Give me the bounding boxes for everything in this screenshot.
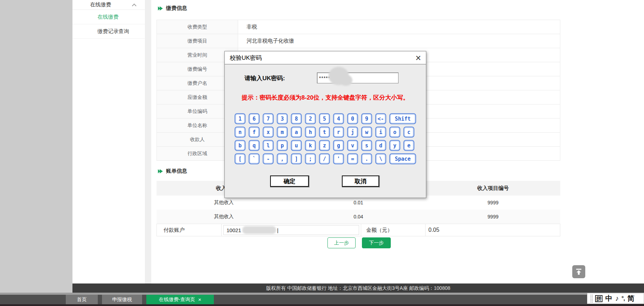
key-2[interactable]: 2 bbox=[305, 113, 316, 124]
tab-close-icon[interactable]: × bbox=[198, 297, 201, 302]
back-to-top-button[interactable] bbox=[572, 265, 585, 278]
key-0[interactable]: 0 bbox=[347, 113, 358, 124]
key-9[interactable]: 9 bbox=[361, 113, 372, 124]
section-arrow-icon bbox=[158, 169, 163, 173]
key-`[interactable]: ` bbox=[249, 153, 260, 164]
key-][interactable]: ] bbox=[291, 153, 302, 164]
taskbar-tab-label: 申报缴税 bbox=[112, 297, 132, 303]
key-t[interactable]: t bbox=[319, 127, 330, 138]
key-h[interactable]: h bbox=[305, 127, 316, 138]
sidebar-group-label: 在线缴费 bbox=[90, 1, 111, 8]
table-row: 收费类型非税 bbox=[157, 20, 560, 34]
key--[interactable]: - bbox=[263, 153, 274, 164]
key-shift[interactable]: Shift bbox=[389, 113, 416, 124]
key-o[interactable]: o bbox=[389, 127, 400, 138]
key-/[interactable]: / bbox=[319, 153, 330, 164]
chinese-mode-icon[interactable]: 中 bbox=[605, 294, 612, 303]
key-g[interactable]: g bbox=[333, 140, 344, 151]
key-b[interactable]: b bbox=[235, 140, 246, 151]
key-;[interactable]: ; bbox=[305, 153, 316, 164]
next-step-button[interactable]: 下一步 bbox=[362, 237, 391, 248]
taskbar-tab[interactable]: 在线缴费-查询页× bbox=[146, 295, 214, 304]
prev-step-button[interactable]: 上一步 bbox=[327, 237, 356, 248]
taskbar-tab[interactable]: 申报缴税 bbox=[102, 295, 142, 304]
sidebar-group-online-payment[interactable]: 在线缴费 bbox=[72, 0, 145, 10]
virtual-keyboard: 1673825409<-Shiftnfxmahtrjwiocbqlpukzgvs… bbox=[235, 113, 417, 167]
key-m[interactable]: m bbox=[277, 127, 288, 138]
key-5[interactable]: 5 bbox=[319, 113, 330, 124]
keyboard-row: 1673825409<-Shift bbox=[235, 113, 417, 124]
key-,[interactable]: , bbox=[277, 153, 288, 164]
section-header-payment-info: 缴费信息 bbox=[158, 5, 187, 12]
key-j[interactable]: j bbox=[347, 127, 358, 138]
back-to-top-icon bbox=[575, 268, 582, 275]
key-n[interactable]: n bbox=[235, 127, 246, 138]
key-s[interactable]: s bbox=[361, 140, 372, 151]
punctuation-icon[interactable]: °, bbox=[621, 295, 625, 302]
key-w[interactable]: w bbox=[361, 127, 372, 138]
cancel-button[interactable]: 取消 bbox=[342, 176, 379, 187]
footer-copyright: 版权所有 中国邮政储蓄银行 地址：北京市西城区金融大街3号A座 邮政编码：100… bbox=[72, 283, 644, 293]
key-.[interactable]: . bbox=[361, 153, 372, 164]
key-backslash[interactable]: \ bbox=[375, 153, 386, 164]
bill-header-code: 收入项目编号 bbox=[426, 185, 560, 192]
screen: 在线缴费 在线缴费缴费记录查询 缴费信息 收费类型非税缴费项目河北非税电子化收缴… bbox=[0, 0, 644, 306]
payment-account-row: 付款账户 10021 | 金额（元） 0.05 bbox=[157, 224, 560, 236]
ime-language-bar[interactable]: 拼中♪°,简 bbox=[587, 293, 644, 304]
key-f[interactable]: f bbox=[249, 127, 260, 138]
chevron-up-icon bbox=[132, 4, 136, 8]
row-label: 收费类型 bbox=[157, 20, 238, 34]
key-q[interactable]: q bbox=[249, 140, 260, 151]
row-label: 缴费项目 bbox=[157, 34, 238, 48]
section-arrow-icon bbox=[158, 6, 163, 11]
key-8[interactable]: 8 bbox=[291, 113, 302, 124]
key-e[interactable]: e bbox=[403, 140, 414, 151]
payment-account-cell: 10021 | bbox=[222, 224, 361, 236]
key-r[interactable]: r bbox=[333, 127, 344, 138]
bill-row: 其他收入0.049999 bbox=[157, 210, 560, 224]
amount-label: 金额（元） bbox=[361, 224, 426, 236]
keyboard-row: bqlpukzgvsdye bbox=[235, 140, 417, 151]
row-value: 河北非税电子化收缴 bbox=[238, 34, 560, 48]
taskbar-tab[interactable]: 首页 bbox=[66, 295, 98, 304]
key-x[interactable]: x bbox=[263, 127, 274, 138]
key-z[interactable]: z bbox=[319, 140, 330, 151]
sidebar-item[interactable]: 缴费记录查询 bbox=[72, 24, 145, 39]
bill-table-rows: 其他收入0.019999其他收入0.049999 bbox=[157, 196, 560, 224]
key-a[interactable]: a bbox=[291, 127, 302, 138]
key-1[interactable]: 1 bbox=[235, 113, 246, 124]
key-=[interactable]: = bbox=[347, 153, 358, 164]
sidebar-item[interactable]: 在线缴费 bbox=[72, 10, 145, 24]
key-u[interactable]: u bbox=[291, 140, 302, 151]
bill-name: 其他收入 bbox=[157, 199, 291, 206]
bill-name: 其他收入 bbox=[157, 213, 291, 220]
ime-drag-handle-icon[interactable] bbox=[591, 295, 593, 302]
uk-password-dialog: 校验UK密码 × 请输入UK密码: ***** , 提示：密码长度必须为8-20… bbox=[224, 51, 426, 198]
ok-button[interactable]: 确定 bbox=[270, 176, 309, 187]
key-backspace[interactable]: <- bbox=[375, 113, 386, 124]
key-7[interactable]: 7 bbox=[263, 113, 274, 124]
key-v[interactable]: v bbox=[347, 140, 358, 151]
key-y[interactable]: y bbox=[389, 140, 400, 151]
simplified-icon[interactable]: 简 bbox=[627, 294, 635, 303]
key-'[interactable]: ' bbox=[333, 153, 344, 164]
bottom-strip bbox=[0, 304, 644, 306]
key-space[interactable]: Space bbox=[389, 153, 416, 164]
key-[[interactable]: [ bbox=[235, 153, 246, 164]
key-p[interactable]: p bbox=[277, 140, 288, 151]
key-4[interactable]: 4 bbox=[333, 113, 344, 124]
sidebar-divider bbox=[145, 0, 151, 283]
key-d[interactable]: d bbox=[375, 140, 386, 151]
key-c[interactable]: c bbox=[403, 127, 414, 138]
payment-account-input[interactable]: 10021 | bbox=[223, 225, 359, 235]
key-l[interactable]: l bbox=[263, 140, 274, 151]
key-k[interactable]: k bbox=[305, 140, 316, 151]
pinyin-icon[interactable]: 拼 bbox=[595, 295, 602, 302]
table-row: 缴费项目河北非税电子化收缴 bbox=[157, 34, 560, 48]
close-icon[interactable]: × bbox=[415, 52, 421, 64]
key-3[interactable]: 3 bbox=[277, 113, 288, 124]
key-6[interactable]: 6 bbox=[249, 113, 260, 124]
key-i[interactable]: i bbox=[375, 127, 386, 138]
uk-password-label: 请输入UK密码: bbox=[244, 73, 285, 84]
fullwidth-icon[interactable]: ♪ bbox=[615, 294, 619, 302]
